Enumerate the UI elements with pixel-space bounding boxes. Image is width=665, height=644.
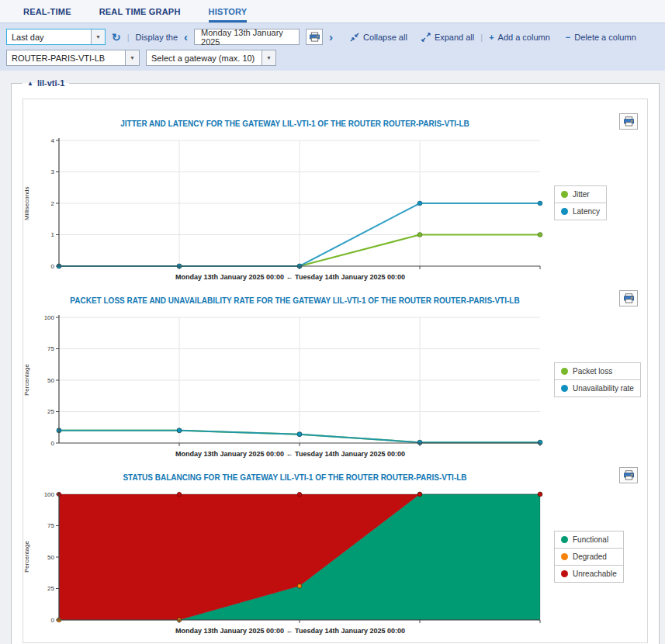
x-axis-label: Monday 13th January 2025 00:00 ← Tuesday… [34, 627, 546, 635]
collapse-triangle-icon[interactable]: ▲ [27, 80, 33, 87]
legend-label: Unavailability rate [573, 384, 634, 393]
separator: | [127, 33, 130, 42]
legend-item[interactable]: Latency [554, 203, 607, 220]
chart-title: PACKET LOSS RATE AND UNAVAILABILITY RATE… [23, 296, 566, 305]
plot-area: 0255075100 [34, 489, 546, 625]
chart-jitter-latency: JITTER AND LATENCY FOR THE GATEWAY LIL-V… [23, 113, 647, 281]
gateway-panel-header[interactable]: ▲ lil-vti-1 [23, 78, 69, 88]
chevron-down-icon[interactable]: ▼ [125, 50, 139, 65]
legend-color-dot [561, 208, 568, 215]
gateway-panel-title: lil-vti-1 [37, 78, 64, 88]
charts-panel: JITTER AND LATENCY FOR THE GATEWAY LIL-V… [23, 99, 648, 643]
chart-legend: JitterLatency [554, 186, 607, 220]
print-button[interactable] [619, 290, 638, 306]
previous-day-button[interactable]: ‹ [184, 31, 188, 43]
print-button[interactable] [619, 467, 638, 483]
y-axis-label: Milliseconds [23, 135, 34, 272]
y-axis-label: Percentage [23, 312, 34, 448]
add-column-button[interactable]: + Add a column [489, 33, 550, 42]
chart-header: JITTER AND LATENCY FOR THE GATEWAY LIL-V… [23, 113, 647, 133]
refresh-button[interactable]: ↻ [112, 32, 121, 43]
chart-legend: Packet lossUnavailability rate [554, 363, 641, 397]
period-select[interactable]: Last day ▼ [6, 29, 106, 45]
svg-text:50: 50 [47, 377, 54, 384]
svg-text:2: 2 [51, 200, 55, 207]
svg-text:0: 0 [51, 263, 55, 270]
date-picker-button[interactable] [306, 29, 323, 45]
tab-real-time-graph[interactable]: REAL TIME GRAPH [99, 0, 181, 23]
svg-text:25: 25 [47, 408, 54, 415]
legend-label: Packet loss [573, 367, 612, 376]
toolbar: Last day ▼ ↻ | Display the ‹ Monday 13th… [0, 23, 665, 71]
svg-text:4: 4 [51, 137, 55, 144]
y-axis-label: Percentage [23, 489, 34, 625]
svg-text:100: 100 [44, 491, 55, 498]
separator: | [480, 33, 483, 42]
period-select-value: Last day [7, 29, 91, 44]
legend-item[interactable]: Packet loss [554, 362, 641, 380]
date-value: Monday 13th January 2025 [201, 28, 293, 47]
chart-packet-loss-unavailability: PACKET LOSS RATE AND UNAVAILABILITY RATE… [23, 290, 647, 458]
expand-icon [421, 33, 431, 42]
expand-all-label: Expand all [435, 33, 474, 42]
chart-body: Percentage 0255075100 Packet lossUnavail… [23, 312, 647, 448]
printer-icon [623, 116, 635, 126]
legend-color-dot [561, 553, 568, 560]
legend-color-dot [561, 191, 568, 198]
legend-item[interactable]: Degraded [554, 548, 624, 566]
chevron-right-icon: › [329, 31, 333, 43]
router-select[interactable]: ROUTER-PARIS-VTI-LB ▼ [6, 50, 140, 66]
chart-title: JITTER AND LATENCY FOR THE GATEWAY LIL-V… [23, 119, 566, 128]
legend-item[interactable]: Unavailability rate [554, 379, 641, 397]
legend-label: Jitter [573, 190, 590, 199]
chevron-down-icon[interactable]: ▼ [261, 50, 275, 65]
chart-header: STATUS BALANCING FOR THE GATEWAY LIL-VTI… [23, 467, 647, 487]
plot-area: 0255075100 [34, 312, 546, 448]
svg-text:1: 1 [51, 231, 55, 238]
printer-icon [623, 470, 635, 480]
legend-label: Functional [573, 535, 608, 544]
gateway-select-value: Select a gateway (max. 10) [147, 50, 261, 65]
plus-icon: + [489, 33, 494, 42]
svg-text:0: 0 [51, 440, 55, 447]
add-column-label: Add a column [498, 33, 550, 42]
gateway-panel: ▲ lil-vti-1 JITTER AND LATENCY FOR THE G… [11, 78, 660, 644]
legend-color-dot [561, 385, 568, 392]
legend-item[interactable]: Unreachable [554, 565, 624, 583]
legend-color-dot [561, 570, 568, 577]
legend-item[interactable]: Functional [554, 531, 624, 549]
expand-all-button[interactable]: Expand all [421, 33, 474, 42]
chevron-left-icon: ‹ [184, 31, 188, 43]
legend-label: Unreachable [573, 570, 617, 578]
tab-bar: REAL-TIME REAL TIME GRAPH HISTORY [0, 0, 665, 23]
svg-text:25: 25 [47, 585, 54, 592]
chart-legend: FunctionalDegradedUnreachable [554, 531, 624, 583]
minus-icon: − [566, 33, 570, 42]
svg-text:75: 75 [47, 345, 54, 352]
legend-color-dot [561, 368, 568, 375]
chart-title: STATUS BALANCING FOR THE GATEWAY LIL-VTI… [23, 473, 566, 482]
chevron-down-icon[interactable]: ▼ [91, 29, 105, 44]
display-the-label: Display the [136, 33, 178, 42]
chart-body: Milliseconds 01234 JitterLatency [23, 135, 647, 272]
delete-column-button[interactable]: − Delete a column [566, 33, 636, 42]
toolbar-row-1: Last day ▼ ↻ | Display the ‹ Monday 13th… [6, 29, 659, 45]
collapse-icon [350, 33, 359, 42]
plot-area: 01234 [34, 135, 546, 272]
legend-label: Degraded [573, 552, 607, 561]
gateway-select[interactable]: Select a gateway (max. 10) ▼ [146, 50, 276, 66]
svg-text:100: 100 [44, 314, 55, 321]
chart-body: Percentage 0255075100 FunctionalDegraded… [23, 489, 647, 625]
tab-real-time[interactable]: REAL-TIME [23, 0, 71, 23]
svg-text:50: 50 [47, 554, 54, 561]
svg-text:0: 0 [51, 617, 55, 624]
tab-history[interactable]: HISTORY [209, 0, 248, 23]
print-button[interactable] [619, 113, 638, 130]
collapse-all-button[interactable]: Collapse all [350, 33, 407, 42]
chart-status-balancing: STATUS BALANCING FOR THE GATEWAY LIL-VTI… [23, 467, 647, 635]
legend-item[interactable]: Jitter [554, 185, 607, 203]
next-day-button[interactable]: › [329, 31, 333, 43]
date-input[interactable]: Monday 13th January 2025 [194, 29, 300, 45]
router-select-value: ROUTER-PARIS-VTI-LB [7, 50, 125, 65]
x-axis-label: Monday 13th January 2025 00:00 ← Tuesday… [34, 450, 546, 458]
